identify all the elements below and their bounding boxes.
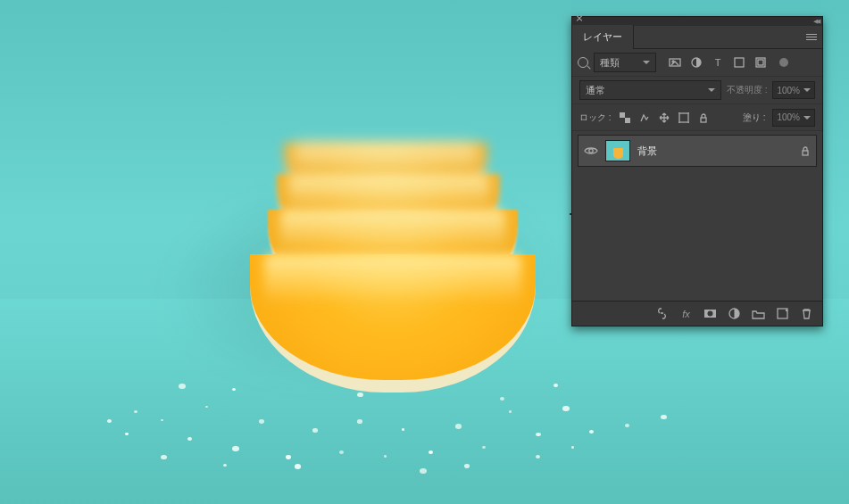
filter-toggle[interactable]: [779, 58, 788, 67]
fill-field[interactable]: 100%: [772, 109, 815, 127]
layers-tab[interactable]: レイヤー: [572, 25, 634, 49]
delete-layer-icon[interactable]: [800, 307, 813, 320]
svg-point-18: [708, 311, 713, 317]
panel-menu-icon[interactable]: [801, 26, 822, 49]
svg-rect-12: [625, 118, 630, 123]
chevron-down-icon: [643, 61, 650, 64]
layer-mask-icon[interactable]: [703, 307, 717, 320]
opacity-label: 不透明度 :: [727, 84, 768, 96]
opacity-field[interactable]: 100%: [772, 81, 815, 99]
shape-layer-filter-icon[interactable]: [733, 56, 745, 69]
group-icon[interactable]: [752, 307, 765, 320]
svg-rect-8: [735, 58, 744, 67]
layer-name[interactable]: 背景: [637, 145, 657, 158]
layer-thumbnail[interactable]: [605, 140, 630, 161]
svg-text:T: T: [715, 57, 721, 68]
layer-row-background[interactable]: 背景: [578, 135, 817, 167]
adjustment-layer-icon[interactable]: [728, 307, 741, 320]
svg-point-15: [589, 149, 593, 153]
svg-rect-11: [620, 112, 625, 118]
opacity-value: 100%: [777, 86, 800, 95]
filter-label: 種類: [600, 56, 620, 70]
link-layers-icon[interactable]: [655, 307, 669, 320]
svg-rect-14: [701, 118, 706, 122]
svg-rect-16: [803, 151, 808, 155]
svg-rect-13: [679, 113, 688, 122]
chevron-down-icon: [803, 88, 811, 92]
type-layer-filter-icon[interactable]: T: [712, 56, 724, 69]
blend-mode-dropdown[interactable]: 通常: [579, 80, 721, 100]
svg-rect-4: [670, 59, 680, 66]
lock-artboard-icon[interactable]: [678, 112, 690, 124]
visibility-toggle-icon[interactable]: [584, 144, 598, 158]
pixel-layer-filter-icon[interactable]: [669, 56, 681, 69]
lock-all-icon[interactable]: [697, 112, 710, 124]
layers-list: 背景: [572, 131, 822, 301]
filter-icons-group: T: [669, 56, 767, 69]
lock-transparent-icon[interactable]: [619, 112, 631, 124]
layer-kind-filter[interactable]: 種類: [594, 53, 656, 72]
fill-label: 塗り :: [743, 112, 766, 124]
layers-panel: ◀◀ レイヤー 種類 T 通常: [571, 16, 823, 326]
chevron-down-icon: [708, 88, 715, 92]
lock-icon[interactable]: [800, 145, 811, 156]
layer-effects-icon[interactable]: fx: [679, 307, 693, 320]
blend-mode-value: 通常: [586, 84, 605, 97]
smart-object-filter-icon[interactable]: [754, 56, 767, 69]
adjustment-layer-filter-icon[interactable]: [690, 56, 703, 69]
lock-position-icon[interactable]: [658, 112, 670, 124]
lock-label: ロック :: [579, 112, 612, 124]
chevron-down-icon: [803, 116, 811, 120]
fill-value: 100%: [777, 112, 800, 122]
close-icon[interactable]: [576, 18, 583, 25]
canvas-viewport[interactable]: ◀◀ レイヤー 種類 T 通常: [0, 0, 849, 504]
new-layer-icon[interactable]: [776, 307, 789, 320]
collapse-icon[interactable]: ◀◀: [813, 18, 819, 25]
lock-image-icon[interactable]: [638, 112, 651, 124]
svg-rect-10: [758, 60, 763, 65]
search-icon: [578, 57, 588, 68]
